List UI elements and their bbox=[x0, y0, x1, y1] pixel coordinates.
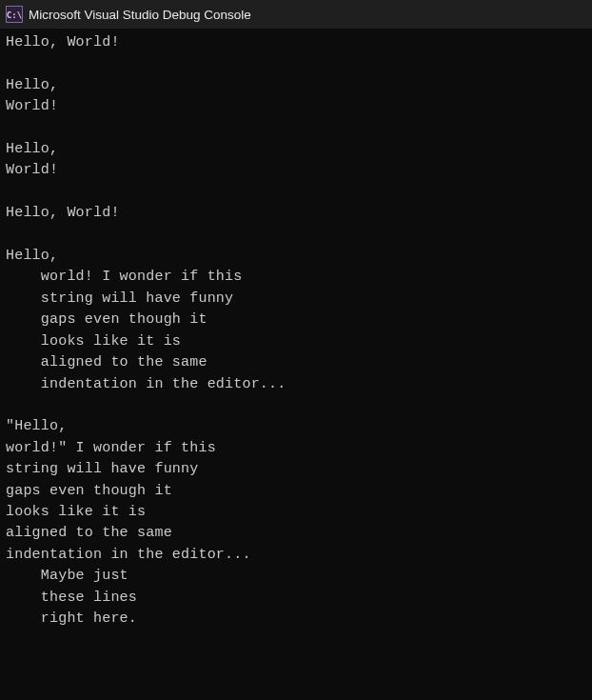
svg-text:C:\: C:\ bbox=[7, 10, 22, 20]
window-title: Microsoft Visual Studio Debug Console bbox=[29, 8, 251, 22]
titlebar[interactable]: C:\ Microsoft Visual Studio Debug Consol… bbox=[0, 0, 592, 29]
console-output: Hello, World! Hello, World! Hello, World… bbox=[0, 29, 592, 635]
vs-debug-console-icon: C:\ bbox=[6, 6, 23, 23]
